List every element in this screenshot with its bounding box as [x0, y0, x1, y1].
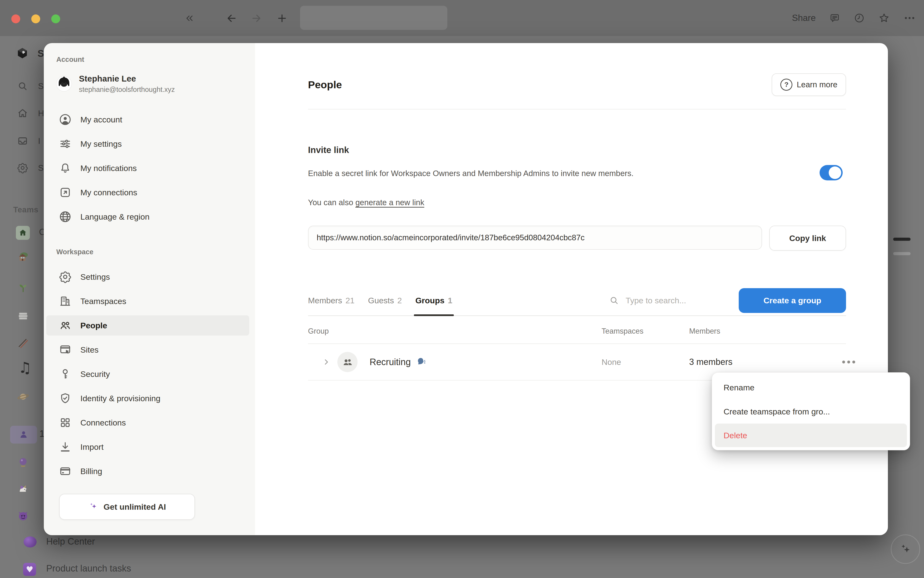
sliders-icon: [59, 137, 72, 150]
ai-sparkle-icon: [88, 502, 99, 512]
sidebar-item-settings-fragment[interactable]: S: [38, 163, 44, 173]
window-titlebar: Share: [0, 0, 924, 36]
search-icon[interactable]: [17, 80, 28, 92]
sidebar-item-language-region[interactable]: Language & region: [46, 206, 249, 227]
sidebar-item-import[interactable]: Import: [46, 437, 249, 457]
sidebar-item-label: Settings: [80, 272, 110, 282]
new-tab-icon[interactable]: [276, 13, 288, 24]
sidebar-item-people[interactable]: People: [46, 315, 249, 336]
product-launch-tasks-icon[interactable]: ♥: [23, 563, 36, 576]
sidebar-item-label: My connections: [80, 188, 137, 197]
user-name: Stephanie Lee: [79, 74, 175, 83]
menu-item-delete[interactable]: Delete: [715, 424, 907, 447]
forward-icon[interactable]: [251, 13, 262, 24]
inbox-icon[interactable]: [17, 135, 28, 147]
settings-sidebar: Account Stephanie Lee stephanie@toolsfor…: [44, 43, 255, 535]
notion-ai-button[interactable]: [891, 534, 920, 564]
help-center-link[interactable]: Help Center: [46, 536, 95, 547]
browser-tab[interactable]: [300, 6, 447, 30]
workspace-name-fragment[interactable]: S: [37, 48, 44, 59]
page-icon-paper-stack[interactable]: [16, 310, 30, 323]
page-icon-chopsticks[interactable]: [16, 337, 30, 350]
learn-more-button[interactable]: ? Learn more: [772, 73, 846, 96]
page-icon-music-notes[interactable]: ♫: [18, 360, 32, 375]
menu-item-create-teamspace[interactable]: Create teamspace from gro...: [715, 399, 907, 424]
tab-groups[interactable]: Groups 1: [415, 286, 452, 315]
collapse-sidebar-icon[interactable]: [184, 13, 195, 24]
more-options-icon[interactable]: [903, 13, 916, 24]
sidebar-item-label: Teamspaces: [80, 297, 126, 306]
sidebar-item-security[interactable]: Security: [46, 364, 249, 384]
sidebar-item-label: Import: [80, 442, 104, 452]
tab-members[interactable]: Members 21: [308, 286, 355, 315]
toggle-knob: [829, 166, 841, 179]
page-icon-crystal-ball[interactable]: [16, 456, 30, 469]
browser-cursor-icon: [59, 343, 72, 356]
gear-icon: [59, 270, 72, 283]
sidebar-item-label: My settings: [80, 139, 122, 149]
credit-card-icon: [59, 465, 72, 478]
account-user[interactable]: Stephanie Lee stephanie@toolsforthought.…: [56, 74, 175, 94]
product-launch-tasks-link[interactable]: Product launch tasks: [46, 563, 131, 574]
zoom-window-button[interactable]: [51, 15, 60, 23]
tab-groups-count: 1: [448, 296, 452, 305]
copy-link-button[interactable]: Copy link: [769, 226, 846, 251]
sidebar-item-teamspaces[interactable]: Teamspaces: [46, 291, 249, 311]
create-group-button[interactable]: Create a group: [739, 288, 846, 313]
right-panel-handle-light[interactable]: [893, 252, 911, 255]
page-icon-unicorn[interactable]: [16, 482, 30, 496]
sidebar-item-my-notifications[interactable]: My notifications: [46, 158, 249, 178]
page-icon-saturn[interactable]: [16, 390, 30, 403]
sidebar-item-label: Sites: [80, 345, 99, 354]
page-icon-devil[interactable]: [16, 509, 30, 523]
back-icon[interactable]: [226, 13, 237, 24]
right-panel-handle-dark[interactable]: [893, 238, 911, 241]
invite-link-secondary: You can also generate a new link: [308, 198, 424, 207]
sidebar-item-billing[interactable]: Billing: [46, 461, 249, 481]
row-more-icon[interactable]: [841, 357, 857, 367]
invite-link-description: Enable a secret link for Workspace Owner…: [308, 166, 727, 180]
sidebar-item-identity-provisioning[interactable]: Identity & provisioning: [46, 388, 249, 408]
sidebar-item-label: Connections: [80, 418, 126, 427]
sidebar-item-home-fragment[interactable]: H: [38, 109, 44, 118]
invite-url-field[interactable]: [308, 226, 762, 250]
page-icon-seedling[interactable]: [16, 280, 30, 294]
sidebar-item-connections[interactable]: Connections: [46, 412, 249, 433]
import-arrow-icon: [59, 440, 72, 453]
sidebar-item-search-fragment[interactable]: S: [38, 81, 44, 91]
minimize-window-button[interactable]: [31, 15, 40, 23]
settings-gear-icon[interactable]: [17, 162, 28, 174]
speaking-head-icon: [415, 356, 426, 367]
sidebar-item-label: My account: [80, 115, 122, 124]
expand-chevron-icon[interactable]: [322, 357, 331, 367]
invite-link-toggle[interactable]: [820, 165, 843, 180]
sidebar-item-inbox-fragment[interactable]: I: [38, 136, 41, 146]
sidebar-item-my-connections[interactable]: My connections: [46, 182, 249, 203]
menu-item-rename[interactable]: Rename: [715, 375, 907, 399]
key-icon: [59, 367, 72, 380]
home-icon[interactable]: [17, 107, 28, 119]
teamspace-general-icon[interactable]: [16, 226, 30, 240]
page-icon-house-garden[interactable]: [16, 251, 30, 265]
user-email: stephanie@toolsforthought.xyz: [79, 86, 175, 94]
generate-new-link[interactable]: generate a new link: [355, 198, 424, 207]
sidebar-item-my-settings[interactable]: My settings: [46, 134, 249, 154]
get-unlimited-ai-button[interactable]: Get unlimited AI: [59, 494, 195, 520]
tab-guests[interactable]: Guests 2: [368, 286, 402, 315]
share-button[interactable]: Share: [792, 13, 816, 23]
workspace-logo-icon[interactable]: [16, 47, 29, 60]
favorite-star-icon[interactable]: [878, 12, 890, 24]
sidebar-item-sites[interactable]: Sites: [46, 339, 249, 360]
page-icon-person-purple[interactable]: [17, 428, 30, 442]
screen: Share S S H I S Teams: [0, 0, 924, 578]
building-icon: [59, 295, 72, 308]
help-center-icon[interactable]: [24, 536, 37, 547]
sidebar-item-my-account[interactable]: My account: [46, 109, 249, 130]
sidebar-item-settings[interactable]: Settings: [46, 267, 249, 287]
comments-icon[interactable]: [829, 13, 840, 24]
updates-clock-icon[interactable]: [854, 13, 865, 24]
avatar: [56, 76, 72, 92]
globe-icon: [59, 210, 72, 223]
close-window-button[interactable]: [11, 15, 20, 23]
search-input[interactable]: [625, 295, 727, 305]
